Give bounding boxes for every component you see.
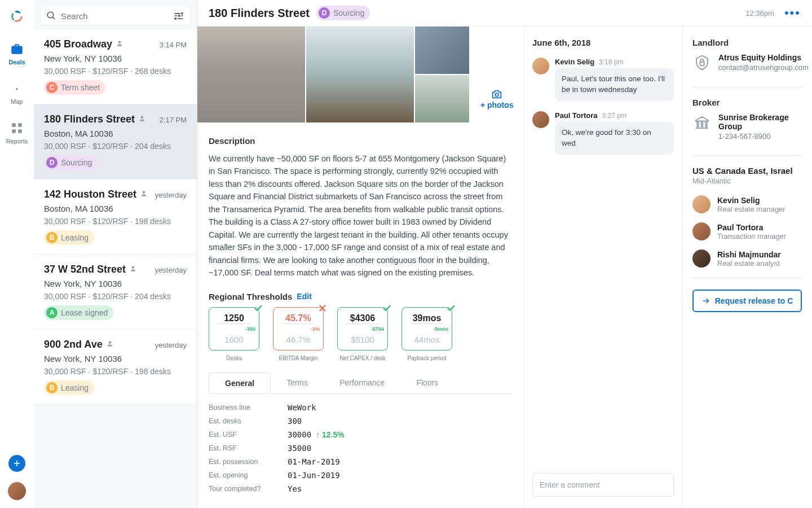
comment-time: 3:18 pm <box>599 58 623 66</box>
person-icon <box>116 40 123 47</box>
stage-pill: D Sourcing <box>316 6 370 20</box>
threshold-card: 45.7%-1%46.7% <box>273 307 324 351</box>
comment-author: Paul Tortora <box>555 111 598 120</box>
kv-row: Tour completed?Yes <box>209 482 513 496</box>
camera-icon <box>491 88 503 100</box>
photo-thumb[interactable] <box>470 27 524 74</box>
app-logo-icon <box>8 8 25 25</box>
deal-card[interactable]: 37 W 52nd StreetyesterdayNew York, NY 10… <box>34 255 197 330</box>
search-bar[interactable] <box>41 7 190 25</box>
threshold-target: 44mos <box>405 335 448 344</box>
kv-value: 35000 <box>288 444 311 453</box>
stage-label: Sourcing <box>61 158 92 167</box>
avatar <box>532 58 549 75</box>
person-icon <box>138 115 146 122</box>
team-member[interactable]: Paul TortoraTransaction manager <box>692 222 802 240</box>
threshold-value: 1250 <box>213 313 255 323</box>
landlord-name: Atrus Equity Holdings <box>718 53 809 62</box>
stage-pill: ALease signed <box>44 305 113 320</box>
deal-card[interactable]: 142 Houston StreetyesterdayBoston, MA 10… <box>34 179 197 255</box>
team-member[interactable]: Kevin SeligReal estate manager <box>692 195 802 213</box>
bank-icon <box>692 113 712 132</box>
kv-row: Est. opening01-Jun-2019 <box>209 468 513 482</box>
person-icon <box>129 265 137 273</box>
photo-thumb[interactable] <box>197 27 305 122</box>
current-user-avatar[interactable] <box>8 482 26 500</box>
comment-time: 3:27 pm <box>602 112 626 120</box>
landlord-heading: Landlord <box>692 38 802 47</box>
tab-performance[interactable]: Performance <box>324 373 400 393</box>
team-member-role: Real estate manager <box>717 205 785 213</box>
photo-thumb[interactable] <box>306 27 414 122</box>
deal-time: yesterday <box>155 341 187 349</box>
stage-pill: BLeasing <box>44 380 94 395</box>
threshold-target: $5100 <box>341 335 384 344</box>
add-photos-button[interactable]: + photos <box>470 75 524 122</box>
nav-deals[interactable]: Deals <box>8 42 25 65</box>
stage-pill: BLeasing <box>44 230 94 245</box>
deal-list-panel: 405 Broadway3:14 PMNew York, NY 1003630,… <box>34 0 197 508</box>
avatar <box>692 222 710 240</box>
broker-contact: 1-234-567-8900 <box>718 132 802 141</box>
tab-general[interactable]: General <box>209 373 271 393</box>
team-member[interactable]: Rishi MajmundarReal estate analyst <box>692 249 802 268</box>
check-icon <box>253 303 263 313</box>
kv-key: Business line <box>209 404 288 411</box>
comment-message: Kevin Selig3:18 pmPaul, Let's tour this … <box>532 58 674 101</box>
comment-message: Paul Tortora3:27 pmOk, we're good for 3:… <box>532 111 674 155</box>
threshold-card: 39mos-5mos44mos <box>401 307 452 351</box>
person-icon <box>106 340 114 348</box>
broker-heading: Broker <box>692 98 802 107</box>
comments-date: June 6th, 2018 <box>532 38 674 47</box>
clock-display: 12:36pm <box>745 9 774 17</box>
deal-location: New York, NY 10036 <box>44 354 187 364</box>
deal-location: Boston, MA 10036 <box>44 129 187 138</box>
stage-label: Leasing <box>61 383 89 392</box>
threshold-label: EBITDA Margin <box>273 355 324 361</box>
description-body: We currently have ~50,000 SF on floors 5… <box>209 152 513 279</box>
photo-gallery: + photos <box>197 27 524 122</box>
briefcase-icon <box>10 42 24 56</box>
deal-stats: 30,000 RSF · $120/RSF · 198 desks <box>44 367 187 376</box>
tabs: GeneralTermsPerformanceFloors <box>209 373 513 394</box>
kv-value: 300 <box>288 417 302 426</box>
add-button[interactable] <box>8 455 25 472</box>
threshold-delta: -$794 <box>341 326 384 332</box>
search-input[interactable] <box>61 11 173 21</box>
kv-key: Est. RSF <box>209 444 288 452</box>
avatar <box>692 249 710 268</box>
photo-thumb[interactable] <box>415 27 469 74</box>
region-subtitle: Mid-Atlantic <box>692 177 802 185</box>
kv-row: Est. RSF35000 <box>209 441 513 455</box>
stage-label: Term sheet <box>61 83 100 92</box>
threshold-delta: -1% <box>277 326 320 332</box>
deal-card[interactable]: 900 2nd AveyesterdayNew York, NY 1003630… <box>34 330 197 405</box>
deal-address: 180 Flinders Street <box>44 113 135 125</box>
svg-point-7 <box>496 93 499 97</box>
thresholds-edit-link[interactable]: Edit <box>297 292 311 301</box>
deal-card[interactable]: 180 Flinders Street2:17 PMBoston, MA 100… <box>34 104 197 179</box>
deal-stats: 30,000 RSF · $120/RSF · 198 desks <box>44 217 187 226</box>
nav-map[interactable]: ● Map <box>10 81 24 105</box>
photo-thumb[interactable] <box>415 75 469 122</box>
request-release-button[interactable]: Request release to C <box>692 290 802 312</box>
tab-floors[interactable]: Floors <box>400 373 454 393</box>
comment-input[interactable]: Enter a comment <box>532 473 674 497</box>
kv-row: Est. USF30000↑ 12.5% <box>209 428 513 441</box>
broker-name: Sunrise Brokerage Group <box>718 113 802 131</box>
check-icon <box>446 303 456 313</box>
kv-value: 01-Jun-2019 <box>288 471 340 480</box>
threshold-delta: -350 <box>213 326 255 332</box>
more-menu-icon[interactable]: ••• <box>784 6 801 20</box>
threshold-card: 1250-3501600 <box>209 307 259 351</box>
nav-reports[interactable]: Reports <box>6 121 28 144</box>
kv-key: Est. desks <box>209 417 288 425</box>
map-dot-icon: ● <box>10 81 24 96</box>
stage-label: Sourcing <box>333 8 364 17</box>
tab-terms[interactable]: Terms <box>271 373 324 393</box>
description-heading: Description <box>209 136 513 146</box>
kv-row: Est. possession01-Mar-2019 <box>209 455 513 468</box>
lock-icon <box>692 53 712 72</box>
deal-card[interactable]: 405 Broadway3:14 PMNew York, NY 1003630,… <box>34 29 197 104</box>
filter-icon[interactable] <box>173 10 184 21</box>
